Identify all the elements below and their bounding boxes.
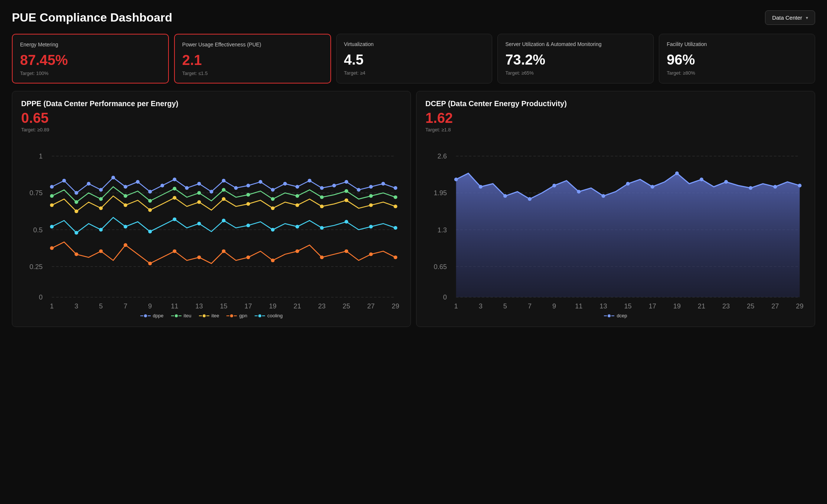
kpi-value-energy-metering: 87.45%	[20, 52, 161, 68]
legend-gpn: gpn	[226, 313, 247, 318]
svg-text:19: 19	[673, 302, 681, 309]
kpi-target-facility-utilization: Target: ≥80%	[667, 70, 807, 76]
svg-text:0.25: 0.25	[30, 263, 43, 270]
svg-point-65	[320, 195, 324, 199]
svg-point-55	[75, 200, 78, 204]
dppe-chart-card: DPPE (Data Center Performance per Energy…	[12, 91, 411, 327]
svg-point-46	[308, 179, 311, 182]
svg-point-101	[99, 228, 103, 232]
kpi-target-virtualization: Target: ≥4	[344, 70, 485, 76]
svg-text:11: 11	[171, 302, 178, 309]
data-center-dropdown[interactable]: Data Center ▾	[765, 10, 815, 25]
svg-point-50	[357, 188, 360, 192]
svg-text:2.6: 2.6	[438, 153, 447, 160]
svg-point-62	[246, 193, 250, 196]
legend-dcep: dcep	[604, 313, 627, 318]
svg-point-141	[479, 185, 483, 189]
svg-point-149	[675, 171, 679, 175]
svg-point-104	[173, 217, 176, 221]
svg-point-31	[124, 185, 127, 189]
svg-point-110	[320, 226, 324, 230]
dcep-chart-title: DCEP (Data Center Energy Productivity)	[425, 99, 806, 108]
dppe-chart-title: DPPE (Data Center Performance per Energy…	[21, 99, 402, 108]
svg-text:9: 9	[148, 302, 152, 309]
svg-text:0.65: 0.65	[434, 263, 447, 270]
svg-text:1.95: 1.95	[434, 189, 447, 197]
svg-point-52	[381, 182, 385, 186]
svg-point-63	[271, 197, 275, 201]
svg-point-26	[62, 179, 66, 182]
dcep-chart-card: DCEP (Data Center Energy Productivity) 1…	[416, 91, 815, 327]
svg-point-64	[295, 194, 299, 198]
svg-point-58	[148, 199, 152, 203]
svg-point-146	[601, 194, 605, 198]
kpi-label-pue: Power Usage Effectiveness (PUE)	[182, 41, 323, 49]
svg-point-96	[344, 249, 348, 253]
kpi-label-facility-utilization: Facility Utilization	[667, 41, 807, 48]
kpi-card-energy-metering: Energy Metering 87.45% Target: 100%	[12, 34, 169, 84]
dppe-chart-target: Target: ≥0.89	[21, 127, 402, 132]
svg-point-102	[124, 225, 127, 228]
svg-text:1: 1	[39, 153, 43, 160]
svg-point-83	[393, 204, 397, 208]
svg-point-75	[197, 200, 201, 204]
svg-point-44	[283, 182, 287, 186]
kpi-target-energy-metering: Target: 100%	[20, 71, 161, 76]
kpi-label-server-utilization: Server Utilization & Automated Monitorin…	[505, 41, 646, 48]
svg-text:15: 15	[220, 302, 227, 309]
svg-text:0: 0	[39, 294, 43, 301]
svg-point-98	[393, 255, 397, 259]
svg-text:17: 17	[649, 302, 656, 309]
svg-point-30	[111, 176, 115, 179]
svg-text:17: 17	[245, 302, 252, 309]
svg-point-109	[295, 225, 299, 228]
svg-point-152	[749, 186, 752, 190]
svg-point-27	[75, 191, 78, 194]
kpi-value-pue: 2.1	[182, 52, 323, 68]
kpi-value-server-utilization: 73.2%	[505, 52, 646, 68]
dcep-chart-value: 1.62	[425, 110, 806, 126]
svg-point-36	[185, 186, 189, 190]
svg-point-103	[148, 230, 152, 233]
svg-point-144	[552, 184, 556, 187]
dppe-svg-chart: .grid-line { stroke: #444; stroke-width:…	[21, 138, 402, 310]
svg-text:5: 5	[503, 302, 507, 309]
svg-point-35	[173, 177, 176, 181]
svg-point-148	[651, 185, 654, 189]
svg-point-38	[210, 190, 213, 193]
kpi-row: Energy Metering 87.45% Target: 100% Powe…	[12, 34, 815, 84]
svg-text:23: 23	[318, 302, 326, 309]
svg-point-113	[393, 226, 397, 230]
svg-point-111	[344, 220, 348, 223]
svg-point-81	[344, 198, 348, 202]
charts-row: DPPE (Data Center Performance per Energy…	[12, 91, 815, 327]
svg-marker-139	[456, 173, 800, 297]
svg-point-143	[528, 197, 532, 201]
svg-text:13: 13	[195, 302, 203, 309]
svg-point-94	[295, 249, 299, 253]
svg-point-29	[99, 188, 103, 192]
svg-text:5: 5	[99, 302, 103, 309]
svg-point-154	[798, 184, 801, 187]
svg-point-53	[393, 186, 397, 190]
legend-dppe: dppe	[140, 313, 164, 318]
svg-point-48	[332, 184, 336, 187]
kpi-target-pue: Target: ≤1.5	[182, 71, 323, 76]
svg-text:27: 27	[367, 302, 375, 309]
svg-point-28	[87, 182, 91, 186]
svg-point-82	[369, 203, 373, 207]
svg-text:29: 29	[796, 302, 803, 309]
svg-point-47	[320, 186, 324, 190]
svg-point-100	[75, 231, 78, 235]
svg-point-39	[222, 179, 226, 182]
page-title: PUE Compliance Dashboard	[12, 11, 172, 24]
svg-text:23: 23	[722, 302, 730, 309]
svg-text:29: 29	[392, 302, 399, 309]
svg-point-33	[148, 190, 152, 193]
svg-point-68	[393, 195, 397, 199]
svg-text:0: 0	[443, 294, 447, 301]
dcep-legend: dcep	[425, 313, 806, 318]
chevron-down-icon: ▾	[806, 15, 808, 20]
svg-text:21: 21	[294, 302, 301, 309]
svg-point-45	[295, 185, 299, 189]
